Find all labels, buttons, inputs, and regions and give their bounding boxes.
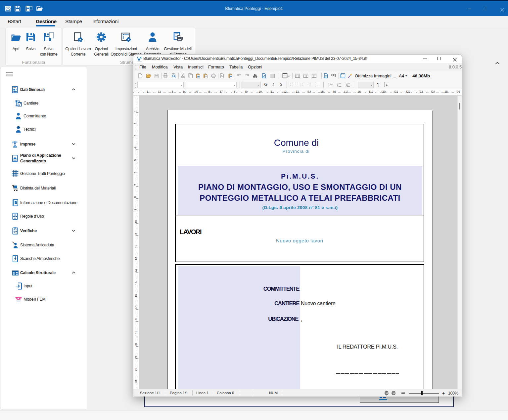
svg-text:1.3: 1.3: [346, 86, 348, 88]
svg-text:i: i: [16, 201, 17, 204]
svg-text:3: 3: [337, 86, 338, 88]
svg-text:W: W: [197, 75, 200, 78]
svg-text:A: A: [221, 74, 223, 77]
